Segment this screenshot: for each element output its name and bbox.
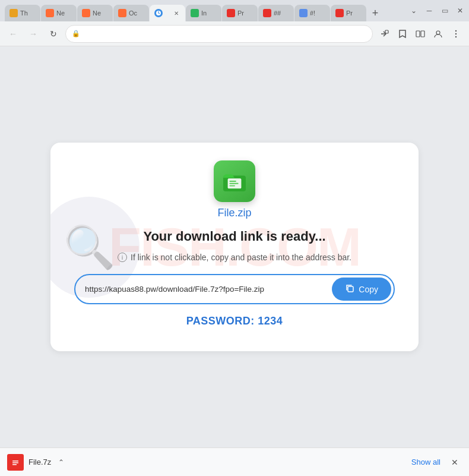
tab-9-favicon xyxy=(299,9,308,17)
minimize-button[interactable]: ─ xyxy=(425,7,433,15)
tab-7[interactable]: Pr xyxy=(222,5,258,21)
new-tab-button[interactable]: + xyxy=(367,5,384,21)
svg-rect-1 xyxy=(385,30,388,33)
download-url-text: https://kapuas88.pw/download/File.7z?fpo… xyxy=(85,285,332,294)
watermark-text: FISH.COM xyxy=(109,216,360,278)
lock-icon: 🔒 xyxy=(72,30,80,37)
restore-button[interactable]: ▭ xyxy=(441,7,449,15)
download-item-icon xyxy=(7,454,24,471)
title-bar: Th Ne Ne Oc ✕ xyxy=(0,0,469,21)
info-text: i If link is not clickable, copy and pas… xyxy=(74,253,395,262)
menu-icon[interactable] xyxy=(448,26,464,42)
tab-5-favicon xyxy=(154,9,163,17)
close-button[interactable]: ✕ xyxy=(456,7,464,15)
tab-8-favicon xyxy=(263,9,271,17)
tab-3-label: Ne xyxy=(93,10,101,17)
tab-10-label: Pr xyxy=(346,10,353,17)
tab-10[interactable]: Pr xyxy=(331,5,366,21)
svg-rect-2 xyxy=(416,31,420,37)
file-icon-wrapper xyxy=(74,160,395,202)
tab-3[interactable]: Ne xyxy=(77,5,113,21)
copy-button-label: Copy xyxy=(359,285,378,294)
download-card: 🔍 FISH.COM xyxy=(50,143,419,351)
file-icon xyxy=(214,160,255,202)
tab-8-label: ## xyxy=(274,10,281,17)
copy-icon xyxy=(345,283,354,295)
tab-1[interactable]: Th xyxy=(5,5,40,21)
tab-9[interactable]: #! xyxy=(294,5,330,21)
info-icon: i xyxy=(118,253,127,262)
reload-button[interactable]: ↻ xyxy=(45,26,62,42)
bookmark-icon[interactable] xyxy=(394,26,411,42)
tab-5-active[interactable]: ✕ xyxy=(150,5,185,21)
tab-2-favicon xyxy=(46,9,54,17)
tab-4[interactable]: Oc xyxy=(113,5,149,21)
tab-4-favicon xyxy=(118,9,126,17)
tab-5-close[interactable]: ✕ xyxy=(172,9,180,17)
svg-point-7 xyxy=(455,36,457,37)
svg-rect-17 xyxy=(12,464,17,465)
svg-rect-13 xyxy=(348,286,353,292)
info-text-content: If link is not clickable, copy and paste… xyxy=(131,253,351,262)
toolbar-actions xyxy=(376,26,464,42)
tab-1-favicon xyxy=(9,9,18,17)
tab-9-label: #! xyxy=(310,10,315,17)
folder-svg xyxy=(222,170,247,193)
svg-point-5 xyxy=(455,30,457,31)
download-chevron-icon[interactable]: ⌃ xyxy=(58,458,64,466)
profile-icon[interactable] xyxy=(430,26,446,42)
tab-7-favicon xyxy=(227,9,235,17)
tab-6-label: In xyxy=(201,10,207,17)
address-bar[interactable]: 🔒 xyxy=(65,25,373,43)
chevron-down-icon[interactable]: ⌄ xyxy=(410,7,418,15)
svg-point-4 xyxy=(436,31,440,34)
download-url-row: https://kapuas88.pw/download/File.7z?fpo… xyxy=(74,274,395,304)
reader-mode-icon[interactable] xyxy=(412,26,429,42)
headline: Your download link is ready... xyxy=(74,229,395,244)
tab-8[interactable]: ## xyxy=(258,5,294,21)
svg-rect-10 xyxy=(229,181,236,182)
share-icon[interactable] xyxy=(376,26,393,42)
download-bar-close-button[interactable]: ✕ xyxy=(448,455,462,469)
svg-rect-15 xyxy=(12,461,18,462)
tab-10-favicon xyxy=(335,9,344,17)
tab-7-label: Pr xyxy=(237,10,244,17)
show-all-button[interactable]: Show all xyxy=(407,455,445,469)
tab-strip: Th Ne Ne Oc ✕ xyxy=(5,0,404,21)
download-filename: File.7z xyxy=(28,458,51,466)
window-controls: ⌄ ─ ▭ ✕ xyxy=(410,7,464,15)
toolbar: ← → ↻ 🔒 xyxy=(0,21,469,46)
tab-4-label: Oc xyxy=(129,10,137,17)
svg-rect-12 xyxy=(229,185,235,187)
browser-frame: Th Ne Ne Oc ✕ xyxy=(0,0,469,476)
tab-2-label: Ne xyxy=(56,10,65,17)
copy-button[interactable]: Copy xyxy=(332,278,391,301)
svg-rect-11 xyxy=(229,183,238,184)
download-bar-right: Show all ✕ xyxy=(407,455,462,469)
svg-rect-3 xyxy=(421,31,424,37)
svg-rect-16 xyxy=(12,462,18,464)
tab-3-favicon xyxy=(82,9,90,17)
tab-6-favicon xyxy=(191,9,199,17)
download-bar: File.7z ⌃ Show all ✕ xyxy=(0,447,469,476)
download-item: File.7z ⌃ xyxy=(7,454,407,471)
tab-6[interactable]: In xyxy=(186,5,221,21)
forward-button[interactable]: → xyxy=(25,26,42,42)
password-text: PASSWORD: 1234 xyxy=(74,315,395,327)
tab-1-label: Th xyxy=(20,10,28,17)
svg-point-6 xyxy=(455,33,457,34)
file-name: File.zip xyxy=(74,207,395,219)
back-button[interactable]: ← xyxy=(5,26,21,42)
page-content: 🔍 FISH.COM xyxy=(0,46,469,447)
tab-2[interactable]: Ne xyxy=(41,5,77,21)
